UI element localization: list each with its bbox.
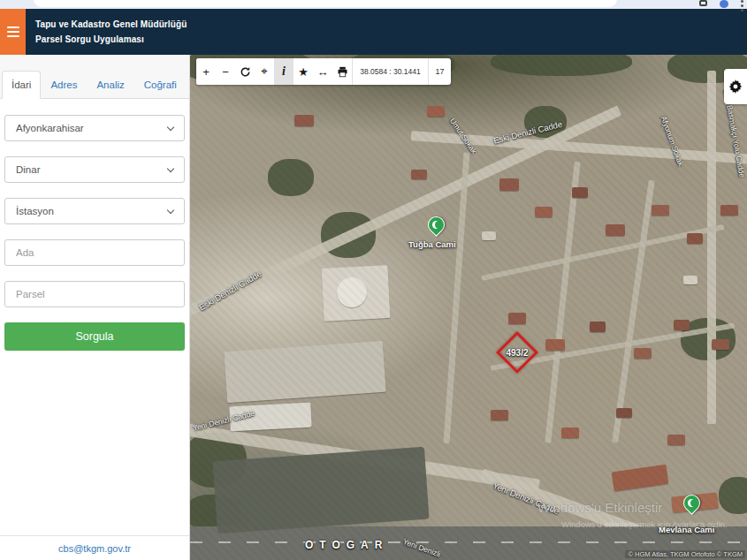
tab-adres[interactable]: Adres — [41, 71, 87, 99]
selected-parcel-marker[interactable]: 493/2 — [502, 337, 532, 367]
sidebar-footer: cbs@tkgm.gov.tr — [0, 535, 189, 560]
map-settings-button[interactable] — [724, 69, 747, 104]
profile-avatar[interactable] — [720, 0, 728, 8]
chevron-down-icon — [167, 206, 174, 213]
info-button[interactable]: i — [274, 58, 293, 85]
sidebar: İdari Adres Analiz Coğrafi Afyonkarahisa… — [0, 55, 190, 560]
refresh-button[interactable] — [235, 58, 255, 85]
tab-bar: İdari Adres Analiz Coğrafi — [0, 55, 189, 99]
printer-icon — [337, 66, 348, 78]
chevron-down-icon — [167, 164, 174, 171]
app-title: Tapu ve Kadastro Genel Müdürlüğü — [35, 17, 187, 32]
parsel-input[interactable] — [4, 281, 185, 307]
query-button[interactable]: Sorgula — [4, 322, 185, 351]
district-value: Dinar — [16, 164, 40, 175]
coordinates-display: 38.0584 : 30.1441 — [352, 58, 428, 85]
map-toolbar: + − ⌖ i ★ ↔ 38.0584 : 30.1441 17 — [196, 58, 451, 85]
plus-icon: + — [202, 65, 210, 79]
zoom-in-button[interactable]: + — [196, 58, 216, 85]
mosque-pin-icon[interactable] — [424, 213, 448, 237]
chevron-down-icon — [167, 123, 174, 130]
info-icon: i — [282, 64, 286, 79]
province-value: Afyonkarahisar — [16, 123, 84, 133]
street-label: Afyonum Sokak — [659, 115, 686, 167]
windows-activation-watermark-sub: Windows'u etkinleştirmek için Ayarlar'a … — [561, 519, 728, 529]
hamburger-icon — [7, 26, 19, 37]
parcel-number-label: 493/2 — [506, 348, 528, 358]
pan-button[interactable]: ⌖ — [255, 58, 274, 85]
tab-analiz[interactable]: Analiz — [87, 71, 133, 99]
star-icon: ★ — [298, 65, 309, 79]
gear-icon — [728, 79, 743, 94]
refresh-icon — [240, 66, 251, 78]
province-select[interactable]: Afyonkarahisar — [4, 115, 185, 141]
browser-menu-icon[interactable] — [741, 0, 743, 11]
extensions-icon[interactable] — [699, 0, 707, 6]
neighborhood-value: İstasyon — [16, 206, 54, 216]
app-header: Tapu ve Kadastro Genel Müdürlüğü Parsel … — [0, 9, 747, 55]
windows-activation-watermark: Windows'u Etkinleştir — [537, 500, 662, 515]
zoom-level-display: 17 — [428, 58, 451, 85]
menu-toggle-button[interactable] — [0, 9, 26, 55]
otogar-label: OTOGAR — [305, 539, 388, 551]
ada-input[interactable] — [4, 239, 185, 266]
favorites-button[interactable]: ★ — [293, 58, 313, 85]
tab-idari[interactable]: İdari — [2, 71, 41, 99]
mosque-label: Tuğba Cami — [408, 239, 456, 249]
contact-email-link[interactable]: cbs@tkgm.gov.tr — [58, 543, 131, 554]
horizontal-arrows-icon: ↔ — [317, 65, 329, 79]
app-subtitle: Parsel Sorgu Uygulaması — [35, 32, 187, 47]
crescent-icon — [431, 221, 439, 229]
tab-cografi[interactable]: Coğrafi — [134, 71, 187, 99]
address-bar[interactable] — [34, 0, 617, 7]
satellite-map[interactable]: Umut Sokak Eski Denizli Cadde Afyonum So… — [190, 55, 747, 560]
map-attribution: © HGM Atlas, TKGM Ortofoto © TKGM — [625, 550, 745, 558]
minus-icon: − — [222, 65, 229, 79]
pan-target-icon: ⌖ — [261, 64, 267, 79]
browser-chrome — [0, 0, 747, 9]
district-select[interactable]: Dinar — [4, 156, 185, 183]
query-form: Afyonkarahisar Dinar İstasyon Sorgula — [0, 99, 189, 351]
print-button[interactable] — [332, 58, 352, 85]
crescent-icon — [687, 499, 695, 507]
neighborhood-select[interactable]: İstasyon — [4, 198, 185, 224]
street-label: Eski Denizli Cadde — [197, 269, 263, 312]
swipe-button[interactable]: ↔ — [313, 58, 332, 85]
zoom-out-button[interactable]: − — [216, 58, 235, 85]
